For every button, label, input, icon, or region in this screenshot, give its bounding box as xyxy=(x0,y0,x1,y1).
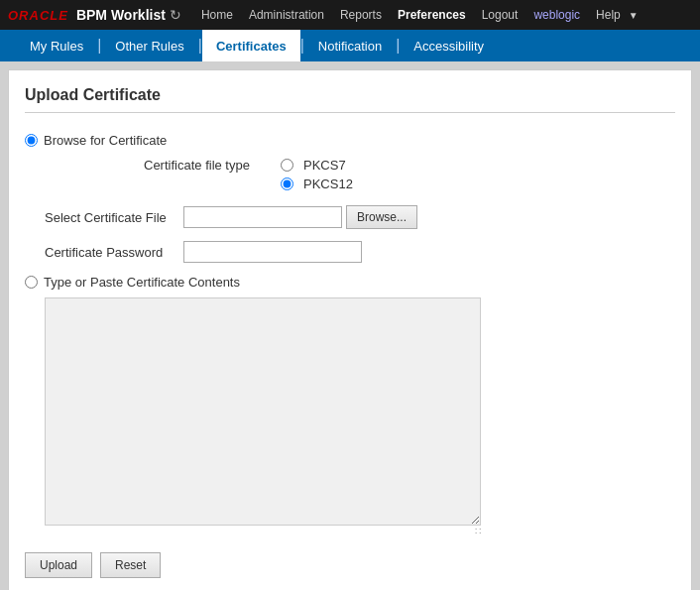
cert-type-row: Certificate file type PKCS7 xyxy=(144,158,675,173)
pkcs7-radio[interactable] xyxy=(281,159,293,172)
cert-password-label: Certificate Password xyxy=(45,245,183,260)
cert-file-type-label: Certificate file type xyxy=(144,158,273,173)
paste-section: Type or Paste Certificate Contents ∷ xyxy=(25,275,675,536)
help-dropdown-icon[interactable]: ▼ xyxy=(629,10,639,21)
nav-preferences[interactable]: Preferences xyxy=(390,8,474,22)
cert-password-row: Certificate Password xyxy=(45,241,675,263)
cert-password-input[interactable] xyxy=(183,241,362,263)
top-navigation: ORACLE BPM Worklist ↻ Home Administratio… xyxy=(0,0,700,30)
browse-button[interactable]: Browse... xyxy=(346,205,417,229)
cert-textarea[interactable] xyxy=(45,297,481,526)
browse-radio-row: Browse for Certificate xyxy=(25,133,675,148)
second-navigation: My Rules | Other Rules | Certificates | … xyxy=(0,30,700,61)
tab-accessibility[interactable]: Accessibility xyxy=(400,30,498,61)
paste-radio-label[interactable]: Type or Paste Certificate Contents xyxy=(44,275,240,290)
tab-notification[interactable]: Notification xyxy=(304,30,396,61)
tab-other-rules[interactable]: Other Rules xyxy=(101,30,197,61)
oracle-logo: ORACLE xyxy=(8,8,68,23)
pkcs12-label[interactable]: PKCS12 xyxy=(303,177,353,191)
select-cert-label: Select Certificate File xyxy=(45,210,183,225)
pkcs7-label[interactable]: PKCS7 xyxy=(303,158,346,173)
refresh-icon[interactable]: ↻ xyxy=(170,7,181,23)
pkcs12-radio[interactable] xyxy=(281,177,293,190)
select-cert-row: Select Certificate File Browse... xyxy=(45,205,675,229)
nav-help[interactable]: Help xyxy=(588,8,629,22)
paste-radio-row: Type or Paste Certificate Contents xyxy=(25,275,675,290)
cert-type-group: Certificate file type PKCS7 PKCS12 xyxy=(144,158,675,191)
tab-certificates[interactable]: Certificates xyxy=(202,30,300,61)
reset-button[interactable]: Reset xyxy=(100,552,161,578)
upload-button[interactable]: Upload xyxy=(25,552,92,578)
app-title: BPM Worklist xyxy=(76,7,166,23)
nav-administration[interactable]: Administration xyxy=(241,8,332,22)
browse-radio-label[interactable]: Browse for Certificate xyxy=(44,133,167,148)
browse-radio[interactable] xyxy=(25,134,38,147)
resize-handle-icon: ∷ xyxy=(45,526,481,536)
page-title: Upload Certificate xyxy=(25,86,675,113)
button-row: Upload Reset xyxy=(25,552,675,578)
nav-reports[interactable]: Reports xyxy=(332,8,390,22)
user-label: weblogic xyxy=(525,8,588,22)
nav-logout[interactable]: Logout xyxy=(474,8,526,22)
main-content: Upload Certificate Browse for Certificat… xyxy=(8,69,692,590)
cert-file-input[interactable] xyxy=(183,206,342,228)
nav-home[interactable]: Home xyxy=(193,8,241,22)
tab-my-rules[interactable]: My Rules xyxy=(16,30,97,61)
pkcs12-row: PKCS12 xyxy=(281,177,675,191)
paste-radio[interactable] xyxy=(25,276,38,289)
